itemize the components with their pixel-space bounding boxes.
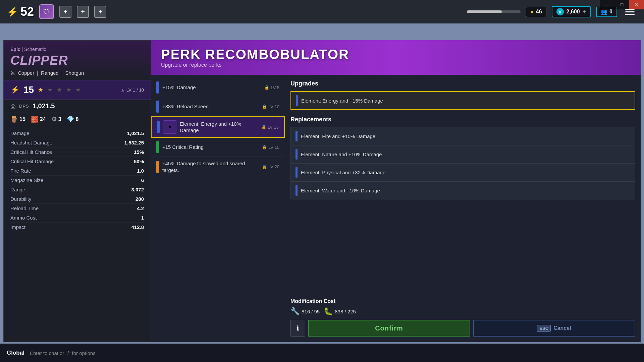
- special-amount: 8: [76, 116, 79, 122]
- resource-brick: 🧱 24: [31, 116, 46, 123]
- stat-row: Range3,072: [10, 185, 144, 194]
- power-lightning-icon: ⚡: [10, 85, 19, 94]
- shield-icon: 🛡: [39, 4, 54, 19]
- main-content: Epic | Schematic CLIPPER ⚔ Copper | Rang…: [3, 40, 641, 342]
- lv-current: 1: [133, 87, 135, 93]
- perk-color-bar: [157, 121, 160, 133]
- dps-value: 1,021.5: [33, 102, 55, 110]
- star-5: ★: [75, 86, 81, 94]
- bug-icon: 🐛: [324, 307, 333, 316]
- replacement-color-bar: [296, 167, 298, 178]
- lv-max: 10: [139, 87, 144, 93]
- close-button[interactable]: ✕: [629, 0, 644, 9]
- maximize-button[interactable]: □: [614, 0, 629, 9]
- resource-wood: 🪵 15: [10, 116, 25, 123]
- perk-item[interactable]: +38% Reload Speed 🔒 LV 10: [151, 97, 285, 116]
- perk-item[interactable]: +45% Damage to slowed and snared targets…: [151, 157, 285, 177]
- replacement-item[interactable]: Element: Physical and +32% Damage: [290, 163, 635, 181]
- perk-title: PERK RECOMBOBULATOR: [161, 47, 631, 62]
- replacement-item[interactable]: Element: Nature and +10% Damage: [290, 145, 635, 163]
- minimize-button[interactable]: —: [600, 0, 614, 9]
- lock-icon: 🔒: [262, 145, 267, 149]
- dps-row: ◎ DPS 1,021.5: [4, 100, 151, 113]
- cost2-amount: 838 / 225: [335, 309, 356, 314]
- perk-text: +45% Damage to slowed and snared targets…: [162, 160, 259, 173]
- perk-header: PERK RECOMBOBULATOR Upgrade or replace p…: [151, 40, 641, 75]
- vbucks-icon: V: [556, 8, 564, 15]
- brick-amount: 24: [40, 116, 46, 122]
- action-buttons: ℹ Confirm ESC Cancel: [290, 320, 635, 337]
- confirm-button[interactable]: Confirm: [308, 320, 470, 337]
- vbucks-plus-button[interactable]: +: [583, 8, 586, 15]
- stat-name: Critical Hit Damage: [10, 159, 54, 164]
- lv-sep: /: [137, 87, 138, 93]
- wood-icon: 🪵: [10, 116, 18, 123]
- replacement-item[interactable]: Element: Water and +10% Damage: [290, 181, 635, 199]
- perk-item[interactable]: +15% Damage 🔒 LV 5: [151, 78, 285, 97]
- stat-value: 1: [141, 215, 144, 221]
- perk-body: +15% Damage 🔒 LV 5 +38% Reload Speed 🔒 L…: [151, 75, 641, 342]
- upgrade-item[interactable]: Element: Energy and +15% Damage: [290, 91, 635, 110]
- stat-name: Reload Time: [10, 205, 39, 211]
- plus-button-1[interactable]: +: [59, 6, 71, 18]
- plus-button-3[interactable]: +: [94, 6, 106, 18]
- stat-value: 1,021.5: [127, 130, 144, 136]
- perk-lock: 🔒 LV 10: [262, 104, 279, 109]
- stat-name: Impact: [10, 224, 25, 230]
- topbar: ⚡ 52 🛡 + + + ● 46 V 2,600 + 👥 0: [0, 0, 644, 23]
- vbucks-amount: 2,600: [567, 9, 580, 15]
- gold-amount: 46: [536, 9, 542, 15]
- plus-button-2[interactable]: +: [77, 6, 89, 18]
- replacement-item[interactable]: Element: Fire and +10% Damage: [290, 127, 635, 145]
- stat-row: Critical Hit Chance15%: [10, 147, 144, 157]
- stat-row: Durability280: [10, 194, 144, 204]
- stat-value: 412.8: [131, 224, 144, 230]
- upgrade-color-bar: [296, 95, 298, 106]
- perk-item[interactable]: ✦ Element: Energy and +10% Damage 🔒 LV 1…: [151, 116, 285, 138]
- perk-color-bar: [156, 161, 159, 173]
- replacements-title: Replacements: [290, 116, 635, 123]
- bottombar: Global Enter to chat or "/" for options: [0, 344, 644, 362]
- cost-item-2: 🐛 838 / 225: [324, 307, 356, 316]
- replacement-label: Element: Fire and +10% Damage: [301, 133, 630, 139]
- item-subtitle: ⚔ Copper | Ranged | Shotgun: [10, 70, 144, 76]
- mod-cost-section: Modification Cost 🔧 816 / 95 🐛 838 / 225…: [290, 294, 635, 337]
- replacement-color-bar: [296, 131, 298, 141]
- stat-name: Magazine Size: [10, 177, 43, 183]
- perk-item[interactable]: +15 Critical Rating 🔒 LV 15: [151, 138, 285, 157]
- perk-lock: 🔒 LV 15: [261, 125, 279, 130]
- item-stats-panel: Epic | Schematic CLIPPER ⚔ Copper | Rang…: [3, 40, 151, 342]
- replacements-list: Element: Fire and +10% Damage Element: N…: [290, 127, 635, 199]
- xp-bar-container: [467, 10, 521, 13]
- stat-name: Fire Rate: [10, 168, 31, 174]
- item-rarity-line: Epic | Schematic: [10, 47, 144, 52]
- sep2: |: [61, 70, 63, 76]
- stat-row: Headshot Damage1,532.25: [10, 138, 144, 147]
- perks-list: +15% Damage 🔒 LV 5 +38% Reload Speed 🔒 L…: [151, 75, 285, 342]
- upgrades-list: Element: Energy and +15% Damage: [290, 91, 635, 110]
- perk-color-bar: [156, 81, 159, 94]
- lightning-icon: ⚡: [7, 6, 18, 17]
- xp-bar-fill: [467, 10, 502, 13]
- stat-row: Reload Time4.2: [10, 204, 144, 213]
- metal-amount: 3: [58, 116, 61, 122]
- stat-row: Ammo Cost1: [10, 213, 144, 223]
- item-schematic-label: Schematic: [24, 47, 46, 52]
- perk-text: +15% Damage: [162, 84, 261, 91]
- stat-value: 15%: [134, 149, 144, 155]
- item-header: Epic | Schematic CLIPPER ⚔ Copper | Rang…: [4, 41, 151, 80]
- perk-subtitle: Upgrade or replace perks: [161, 62, 631, 68]
- stat-name: Durability: [10, 196, 32, 202]
- gold-icon: ●: [530, 8, 534, 15]
- dps-icon: ◎: [10, 103, 16, 110]
- item-level-row: ⚡ 15 ★ ★ ★ ★ ★ ▲ LV 1 / 10: [4, 80, 151, 100]
- info-button[interactable]: ℹ: [290, 320, 305, 337]
- stat-value: 1.0: [137, 168, 144, 174]
- esc-key-label: ESC: [537, 325, 551, 332]
- stat-value: 280: [136, 196, 144, 202]
- mod-cost-row: 🔧 816 / 95 🐛 838 / 225: [290, 307, 635, 316]
- cancel-button[interactable]: ESC Cancel: [473, 320, 635, 337]
- chat-hint: Enter to chat or "/" for options: [30, 350, 96, 356]
- level-badge: ▲ LV 1 / 10: [120, 87, 144, 93]
- resource-metal: ⚙ 3: [51, 116, 61, 123]
